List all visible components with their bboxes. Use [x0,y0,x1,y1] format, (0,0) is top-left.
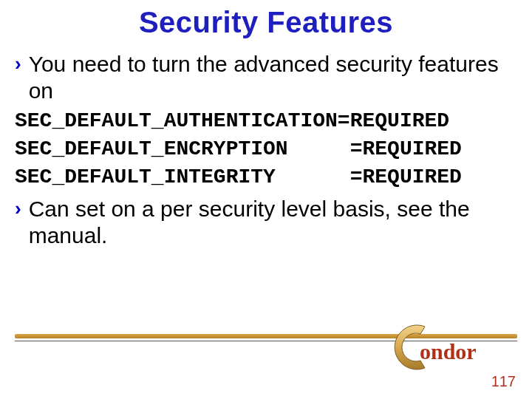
bullet-text: Can set on a per security level basis, s… [29,196,517,249]
slide: Security Features › You need to turn the… [0,0,532,399]
config-line: SEC_DEFAULT_INTEGRITY =REQUIRED [15,166,462,188]
logo-text: ondor [420,339,477,364]
chevron-icon: › [15,196,21,221]
condor-logo: ondor [384,318,488,377]
bullet-item: › Can set on a per security level basis,… [15,196,517,249]
page-number: 117 [491,373,516,390]
config-line: SEC_DEFAULT_ENCRYPTION =REQUIRED [15,137,462,160]
config-line: SEC_DEFAULT_AUTHENTICATION=REQUIRED [15,109,449,132]
bullet-item: › You need to turn the advanced security… [15,51,517,104]
chevron-icon: › [15,51,21,76]
content-area: › You need to turn the advanced security… [0,39,532,249]
page-title: Security Features [0,0,532,39]
config-block: SEC_DEFAULT_AUTHENTICATION=REQUIRED SEC_… [15,107,517,191]
bullet-text: You need to turn the advanced security f… [29,51,517,104]
